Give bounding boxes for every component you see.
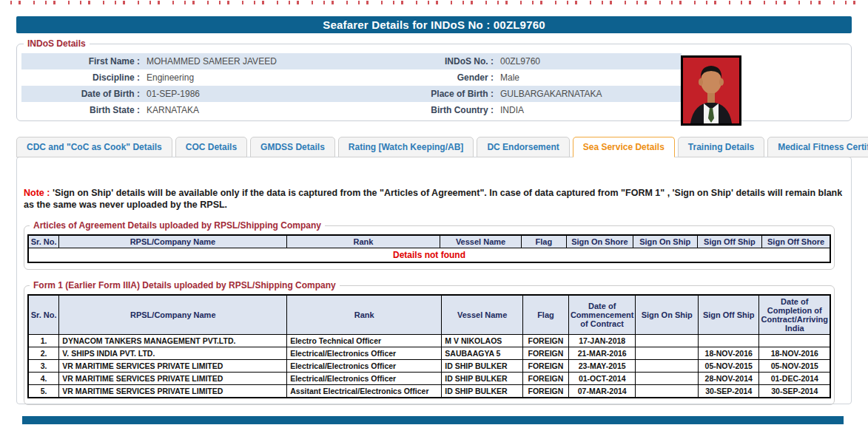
col-flag: Flag (522, 295, 568, 335)
completion-cell: 01-DEC-2014 (759, 373, 830, 385)
discipline-value: Engineering (140, 69, 384, 86)
sr-no-cell: 4. (28, 373, 59, 385)
vessel-cell: ID SHIP BULKER (442, 360, 523, 373)
indos-details-legend: INDoS Details (24, 38, 90, 49)
page-title: Seafarer Details for INDoS No : 00ZL9760 (323, 18, 545, 31)
form1-table: Sr. No. RPSL/Company Name Rank Vessel Na… (27, 294, 831, 398)
sign-on-ship-cell (636, 360, 698, 373)
company-cell: DYNACOM TANKERS MANAGEMENT PVT.LTD. (59, 335, 287, 347)
form1-section: Form 1 (Earlier Form IIIA) Details uploa… (24, 280, 835, 405)
table-row: 2. V. SHIPS INDIA PVT. LTD. Electrical/E… (28, 347, 830, 360)
flag-cell: FOREIGN (522, 335, 568, 347)
col-sign-off-ship: Sign Off Ship (698, 295, 759, 335)
sign-off-ship-cell: 18-NOV-2016 (698, 347, 759, 360)
place-of-birth-value: GULBARGAKARNATAKA (494, 86, 682, 102)
note-body: 'Sign on Ship' details will be available… (24, 188, 842, 210)
col-sr-no: Sr. No. (28, 235, 59, 248)
scrolling-notice-clipped (10, 1, 858, 4)
col-vessel-name: Vessel Name (442, 295, 523, 335)
tab-dc-endorsement[interactable]: DC Endorsement (477, 137, 569, 157)
table-row: 1. DYNACOM TANKERS MANAGEMENT PVT.LTD. E… (28, 335, 830, 347)
indos-no-label: INDoS No. : (384, 53, 494, 69)
flag-cell: FOREIGN (522, 385, 568, 398)
indos-row-birth-date: Date of Birth : 01-SEP-1986 Place of Bir… (21, 86, 682, 102)
date-of-birth-label: Date of Birth : (21, 86, 140, 102)
footer-bar (22, 416, 844, 424)
articles-empty-row: Details not found (28, 248, 830, 263)
tab-coc-details[interactable]: COC Details (175, 137, 247, 157)
seafarer-photo (681, 55, 741, 126)
birth-country-label: Birth Country : (384, 102, 494, 118)
rank-cell: Electrical/Electronics Officer (287, 360, 442, 373)
sr-no-cell: 1. (28, 335, 59, 347)
sign-on-ship-cell (636, 335, 698, 347)
rank-cell: Electrical/Electronics Officer (287, 373, 442, 385)
col-sign-on-ship: Sign On Ship (633, 235, 697, 248)
flag-cell: FOREIGN (522, 360, 568, 373)
articles-header-row: Sr. No. RPSL/Company Name Rank Vessel Na… (28, 235, 830, 248)
commencement-cell: 01-OCT-2014 (568, 373, 636, 385)
articles-of-agreement-section: Articles of Agreement Details uploaded b… (24, 220, 835, 270)
articles-of-agreement-legend: Articles of Agreement Details uploaded b… (30, 220, 325, 231)
sr-no-cell: 2. (28, 347, 59, 360)
col-sign-on-ship: Sign On Ship (636, 295, 698, 335)
note-prefix: Note : (24, 188, 50, 198)
col-sign-on-shore: Sign On Shore (567, 235, 633, 248)
table-row: 5. VR MARITIME SERVICES PRIVATE LIMITED … (28, 385, 830, 398)
tab-training-details[interactable]: Training Details (678, 137, 764, 157)
completion-cell: 30-SEP-2014 (759, 385, 830, 398)
tab-medical-fitness-certificate[interactable]: Medical Fitness Certificate (767, 137, 868, 157)
gender-value: Male (494, 69, 682, 86)
completion-cell: 18-NOV-2016 (759, 347, 830, 360)
rank-cell: Electrical/Electronics Officer (287, 347, 442, 360)
form1-legend: Form 1 (Earlier Form IIIA) Details uploa… (30, 280, 340, 290)
sign-on-ship-note: Note : 'Sign on Ship' details will be av… (24, 187, 847, 211)
col-rank: Rank (286, 235, 440, 248)
commencement-cell: 21-MAR-2016 (568, 347, 636, 360)
vessel-cell: SAUBAAGYA 5 (442, 347, 523, 360)
sign-on-ship-cell (636, 347, 698, 360)
birth-state-label: Birth State : (21, 102, 140, 118)
sea-service-details-panel: Note : 'Sign on Ship' details will be av… (16, 157, 852, 404)
birth-country-value: INDIA (494, 102, 682, 118)
indos-no-value: 00ZL9760 (494, 53, 682, 69)
date-of-birth-value: 01-SEP-1986 (140, 86, 384, 102)
flag-cell: FOREIGN (522, 347, 568, 360)
table-row: 3. VR MARITIME SERVICES PRIVATE LIMITED … (28, 360, 830, 373)
col-rpsl-company-name: RPSL/Company Name (59, 295, 287, 335)
first-name-label: First Name : (21, 53, 140, 69)
col-sign-off-ship: Sign Off Ship (697, 235, 761, 248)
rank-cell: Assitant Electrical/Electronics Officer (287, 385, 442, 398)
sign-on-ship-cell (636, 373, 698, 385)
place-of-birth-label: Place of Birth : (384, 86, 494, 102)
discipline-label: Discipline : (21, 69, 140, 86)
vessel-cell: ID SHIP BULKER (442, 373, 523, 385)
company-cell: VR MARITIME SERVICES PRIVATE LIMITED (59, 385, 287, 398)
col-flag: Flag (521, 235, 567, 248)
sign-on-ship-cell (636, 385, 698, 398)
vessel-cell: ID SHIP BULKER (442, 385, 523, 398)
page-title-bar: Seafarer Details for INDoS No : 00ZL9760 (16, 16, 852, 33)
vessel-cell: M V NIKOLAOS (442, 335, 523, 347)
col-date-of-commencement: Date of Commencement of Contract (568, 295, 636, 335)
indos-row-discipline: Discipline : Engineering Gender : Male (21, 69, 682, 86)
col-sign-off-shore: Sign Off Shore (762, 235, 830, 248)
tab-gmdss-details[interactable]: GMDSS Details (250, 137, 335, 157)
company-cell: V. SHIPS INDIA PVT. LTD. (59, 347, 287, 360)
details-not-found-message: Details not found (28, 248, 830, 263)
birth-state-value: KARNATAKA (140, 102, 384, 118)
first-name-value: MOHAMMED SAMEER JAVEED (140, 53, 384, 69)
indos-row-birth-state: Birth State : KARNATAKA Birth Country : … (21, 102, 682, 118)
col-sr-no: Sr. No. (28, 295, 59, 335)
sign-off-ship-cell: 05-NOV-2015 (698, 360, 759, 373)
sign-off-ship-cell: 30-SEP-2014 (698, 385, 759, 398)
page: Seafarer Details for INDoS No : 00ZL9760… (0, 1, 868, 424)
tab-cdc-coc-as-cook-details[interactable]: CDC and "CoC as Cook" Details (16, 137, 172, 157)
indos-row-first-name: First Name : MOHAMMED SAMEER JAVEED INDo… (21, 53, 682, 69)
commencement-cell: 23-MAY-2015 (568, 360, 636, 373)
tab-sea-service-details[interactable]: Sea Service Details (573, 137, 675, 157)
flag-cell: FOREIGN (522, 373, 568, 385)
col-rpsl-company-name: RPSL/Company Name (59, 235, 286, 248)
rank-cell: Electro Technical Officer (287, 335, 442, 347)
tab-rating-watch-keeping-ab[interactable]: Rating [Watch Keeping/AB] (338, 137, 474, 157)
